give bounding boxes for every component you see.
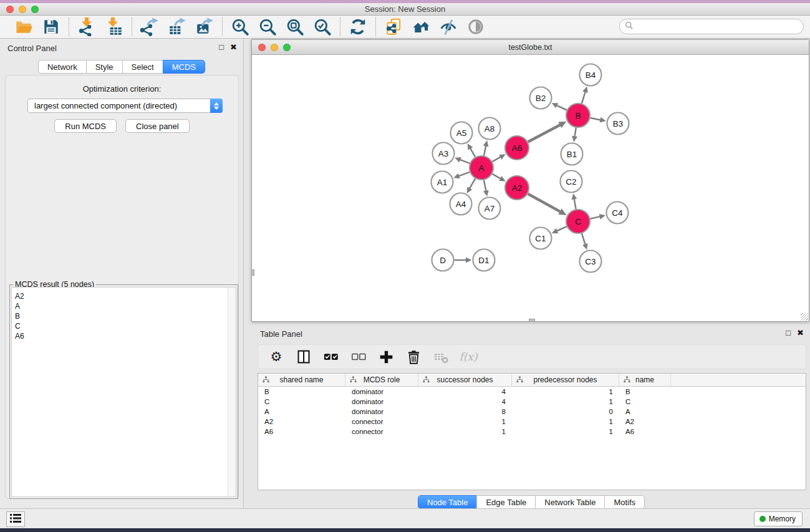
close-table-panel-icon[interactable]: ✖ <box>797 328 804 337</box>
graph-node-A3[interactable]: A3 <box>433 143 455 165</box>
close-window-button[interactable] <box>6 6 14 13</box>
table-cell[interactable]: 1 <box>512 428 619 435</box>
result-item[interactable]: C <box>12 321 236 331</box>
zoom-in-icon[interactable] <box>230 17 250 36</box>
graph-node-C1[interactable]: C1 <box>530 228 552 249</box>
network-zoom-button[interactable] <box>283 44 291 51</box>
tab-network-table[interactable]: Network Table <box>535 495 605 509</box>
mcds-result-list[interactable]: A2ABCA6 <box>11 287 236 497</box>
import-table-icon[interactable] <box>104 17 124 36</box>
open-file-icon[interactable] <box>14 17 34 36</box>
graph-node-A[interactable]: A <box>470 156 493 180</box>
graph-node-D1[interactable]: D1 <box>473 249 495 271</box>
table-cell[interactable]: 1 <box>418 418 512 425</box>
graph-node-A1[interactable]: A1 <box>432 172 453 193</box>
table-row[interactable]: Cdominator41C <box>258 397 806 407</box>
network-view-titlebar[interactable]: testGlobe.txt <box>252 40 809 55</box>
table-cell[interactable]: C <box>619 398 671 405</box>
graph-node-B[interactable]: B <box>566 104 590 127</box>
table-cell[interactable]: 1 <box>512 418 619 425</box>
table-cell[interactable]: 4 <box>418 398 512 405</box>
home-icon[interactable] <box>411 17 431 36</box>
zoom-window-button[interactable] <box>31 6 39 13</box>
save-session-icon[interactable] <box>41 17 61 36</box>
column-header-name[interactable]: name <box>619 374 671 386</box>
graph-node-A5[interactable]: A5 <box>451 122 473 144</box>
tab-style[interactable]: Style <box>86 60 123 74</box>
graph-edge-A6-B[interactable] <box>528 122 567 142</box>
graph-node-C4[interactable]: C4 <box>607 202 629 224</box>
graph-edge-A2-C[interactable] <box>528 194 567 215</box>
search-input[interactable] <box>636 21 803 33</box>
network-canvas[interactable]: AA1A2A3A4A5A6A7A8BB1B2B3B4CC1C2C3C4DD1 <box>252 55 809 321</box>
graph-node-B3[interactable]: B3 <box>607 113 629 135</box>
float-table-panel-icon[interactable]: □ <box>786 328 791 337</box>
graph-node-C[interactable]: C <box>566 210 590 233</box>
table-cell[interactable]: B <box>619 388 671 395</box>
left-edge-handle[interactable] <box>251 269 254 276</box>
run-mcds-button[interactable]: Run MCDS <box>54 119 117 133</box>
table-cell[interactable]: A2 <box>619 418 671 425</box>
tab-mcds[interactable]: MCDS <box>163 60 205 74</box>
add-column-icon[interactable] <box>378 349 394 365</box>
export-table-icon[interactable] <box>167 17 187 36</box>
table-cell[interactable]: A <box>619 408 671 415</box>
tab-network[interactable]: Network <box>38 60 87 74</box>
delete-table-icon[interactable] <box>405 349 422 365</box>
table-cell[interactable]: B <box>258 388 345 395</box>
result-item[interactable]: A <box>12 301 236 311</box>
float-panel-icon[interactable]: □ <box>219 42 224 52</box>
table-cell[interactable]: 1 <box>512 388 619 395</box>
result-scrollbar[interactable] <box>228 288 236 496</box>
graph-edge-C-C3[interactable] <box>582 233 588 249</box>
graph-edge-C-C2[interactable] <box>572 193 577 209</box>
import-network-icon[interactable] <box>77 17 97 36</box>
graph-edge-A-A7[interactable] <box>483 180 489 196</box>
gear-icon[interactable]: ⚙ <box>268 349 284 365</box>
network-minimize-button[interactable] <box>271 44 278 51</box>
tab-select[interactable]: Select <box>122 60 163 74</box>
result-item[interactable]: A2 <box>12 291 236 301</box>
graph-edge-B-B2[interactable] <box>552 103 567 110</box>
table-cell[interactable]: A6 <box>619 428 671 435</box>
table-cell[interactable]: C <box>258 398 345 405</box>
show-panel-icon[interactable] <box>466 17 486 36</box>
graph-node-A4[interactable]: A4 <box>450 193 472 215</box>
tab-motifs[interactable]: Motifs <box>604 495 645 509</box>
graph-edge-C-C4[interactable] <box>591 214 606 220</box>
graph-edge-A-A6[interactable] <box>492 154 505 162</box>
network-close-button[interactable] <box>258 44 266 51</box>
clone-network-icon[interactable] <box>383 17 403 36</box>
graph-node-B4[interactable]: B4 <box>580 64 602 86</box>
graph-node-D[interactable]: D <box>432 249 454 271</box>
split-view-icon[interactable] <box>296 349 312 365</box>
graph-edge-A-A3[interactable] <box>455 157 470 163</box>
export-image-icon[interactable] <box>195 17 215 36</box>
result-item[interactable]: B <box>12 311 236 321</box>
graph-edge-C-C1[interactable] <box>552 226 567 233</box>
table-cell[interactable]: A6 <box>258 428 345 435</box>
table-cell[interactable]: dominator <box>345 398 418 405</box>
graph-node-A2[interactable]: A2 <box>505 176 529 200</box>
table-cell[interactable]: 8 <box>418 408 512 415</box>
graph-edge-B-B1[interactable] <box>572 128 577 142</box>
column-header-predecessor-nodes[interactable]: predecessor nodes <box>512 374 619 386</box>
table-cell[interactable]: A <box>258 408 345 415</box>
close-panel-icon[interactable]: ✖ <box>230 42 237 52</box>
graph-edge-A-A1[interactable] <box>453 172 470 178</box>
graph-node-B2[interactable]: B2 <box>530 87 552 109</box>
refresh-icon[interactable] <box>348 17 368 36</box>
bottom-edge-handle[interactable] <box>529 319 535 322</box>
table-cell[interactable]: 1 <box>512 398 619 405</box>
graph-node-C2[interactable]: C2 <box>561 171 582 193</box>
export-network-icon[interactable] <box>140 17 160 36</box>
graph-edge-A-A5[interactable] <box>468 143 475 157</box>
table-row[interactable]: Bdominator41B <box>258 387 806 397</box>
graph-edge-D-D1[interactable] <box>455 258 472 263</box>
close-panel-button[interactable]: Close panel <box>125 119 190 133</box>
hide-panel-icon[interactable] <box>438 17 458 36</box>
graph-node-A8[interactable]: A8 <box>479 118 501 140</box>
search-box[interactable] <box>619 19 804 34</box>
resize-grip-icon[interactable] <box>801 313 808 321</box>
graph-edge-A-A4[interactable] <box>467 178 476 193</box>
